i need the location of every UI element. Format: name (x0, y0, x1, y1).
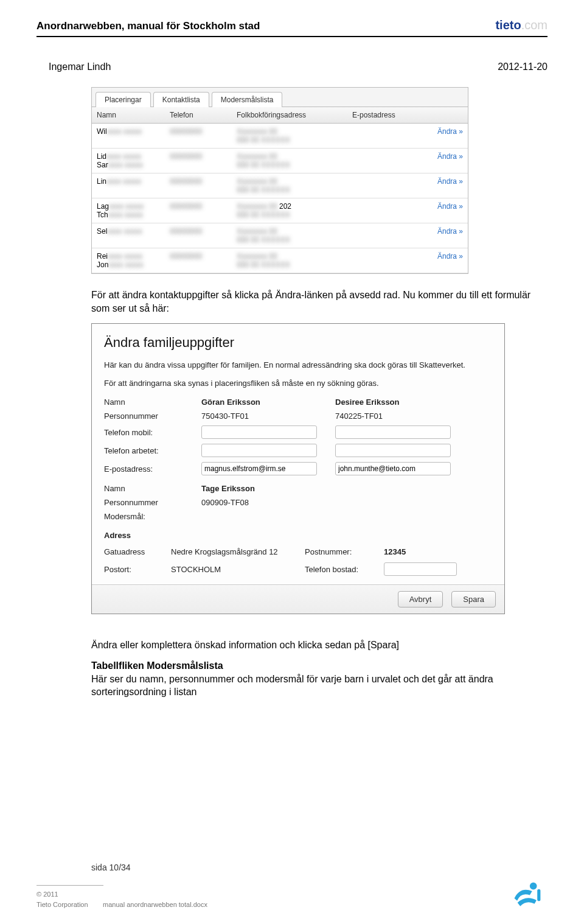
cell-epost (347, 173, 414, 181)
footer-corp: Tieto Corporation (36, 901, 88, 908)
save-button[interactable]: Spara (451, 591, 496, 607)
value-p1-namn: Göran Eriksson (201, 397, 335, 407)
svg-rect-1 (537, 889, 540, 901)
form-lead-2: För att ändringarna ska synas i placerin… (104, 377, 492, 390)
label-tel-bostad: Telefon bostad: (305, 565, 384, 574)
value-child-namn: Tage Eriksson (201, 484, 335, 493)
tab-kontaktlista[interactable]: Kontaktlista (153, 92, 209, 107)
cell-namn: Wilxxxx xxxxx (92, 124, 165, 139)
cell-adress: Xxxxxxxx 00000 00 XXXXXX (232, 223, 347, 248)
tab-placeringar[interactable]: Placeringar (96, 92, 151, 107)
input-p2-tel-arbetet[interactable] (335, 444, 451, 457)
cell-epost (347, 124, 414, 131)
edit-link[interactable]: Ändra » (437, 202, 463, 211)
tab-modersmalslista[interactable]: Modersmålslista (212, 92, 283, 107)
value-postort: STOCKHOLM (171, 565, 305, 574)
edit-link[interactable]: Ändra » (437, 127, 463, 136)
cell-epost (347, 248, 414, 256)
edit-link[interactable]: Ändra » (437, 252, 463, 261)
label-modersmal: Modersmål: (104, 512, 201, 521)
label-postnummer: Postnummer: (305, 547, 384, 556)
cell-namn: Reixxxx xxxxxJonxxxx xxxxx (92, 248, 165, 273)
page-number: sida 10/34 (36, 861, 207, 874)
input-p2-email[interactable] (335, 462, 451, 475)
brand-logo-text: tieto.com (495, 18, 548, 32)
table-row: Reixxxx xxxxxJonxxxx xxxxx00000000Xxxxxx… (92, 248, 468, 273)
value-gatuadress: Nedre Krogslagsmålsgränd 12 (171, 547, 305, 556)
cell-namn: Selxxxx xxxxx (92, 223, 165, 239)
cell-adress: Xxxxxxxx 00000 00 XXXXXX (232, 248, 347, 273)
cell-adress: Xxxxxxxx 00000 00 XXXXXX (232, 124, 347, 148)
brand-com: com (524, 18, 548, 32)
edit-link[interactable]: Ändra » (437, 152, 463, 161)
col-namn: Namn (92, 107, 165, 123)
table-row: Wilxxxx xxxxx00000000Xxxxxxxx 00000 00 X… (92, 124, 468, 149)
cell-adress: Xxxxxxxx 00000 00 XXXXXX (232, 173, 347, 198)
cell-telefon: 00000000 (165, 124, 232, 139)
cell-telefon: 00000000 (165, 173, 232, 189)
section-title-modersmalslista: Tabellfliken Modersmålslista (91, 660, 535, 671)
cancel-button[interactable]: Avbryt (398, 591, 443, 607)
cell-telefon: 00000000 (165, 223, 232, 239)
value-postnummer: 12345 (384, 547, 457, 556)
svg-point-0 (530, 883, 537, 890)
section-body-modersmalslista: Här ser du namn, personnummer och moders… (91, 673, 535, 699)
form-lead-1: Här kan du ändra vissa uppgifter för fam… (104, 359, 492, 371)
input-p1-email[interactable] (201, 462, 317, 475)
col-telefon: Telefon (165, 107, 232, 123)
table-header: Namn Telefon Folkbokföringsadress E-post… (92, 107, 468, 124)
input-p1-tel-arbetet[interactable] (201, 444, 317, 457)
subheading-adress: Adress (104, 531, 492, 540)
instruction-paragraph-1: För att ändra kontaktuppgifter så klicka… (91, 289, 535, 315)
cell-adress: Xxxxxxxx 00 202000 00 XXXXXX (232, 198, 347, 223)
label-email: E-postadress: (104, 464, 201, 474)
label-tel-mobil: Telefon mobil: (104, 428, 201, 437)
screenshot-contact-table: Placeringar Kontaktlista Modersmålslista… (91, 87, 468, 274)
cell-telefon: 00000000 (165, 198, 232, 214)
cell-namn: Lidxxxx xxxxxSarxxxx xxxxx (92, 149, 165, 173)
value-p2-pnr: 740225-TF01 (335, 411, 469, 421)
value-p1-pnr: 750430-TF01 (201, 411, 335, 421)
cell-telefon: 00000000 (165, 248, 232, 264)
input-p1-tel-mobil[interactable] (201, 425, 317, 439)
table-row: Selxxxx xxxxx00000000Xxxxxxxx 00000 00 X… (92, 223, 468, 248)
value-child-pnr: 090909-TF08 (201, 498, 335, 507)
table-row: Linxxxx xxxxx00000000Xxxxxxxx 00000 00 X… (92, 173, 468, 198)
tab-bar: Placeringar Kontaktlista Modersmålslista (92, 88, 468, 107)
footer-copyright: © 2011 (36, 889, 207, 900)
table-row: Lidxxxx xxxxxSarxxxx xxxxx00000000Xxxxxx… (92, 149, 468, 173)
cell-epost (347, 223, 414, 231)
screenshot-edit-family-form: Ändra familjeuppgifter Här kan du ändra … (91, 323, 505, 614)
cell-namn: Lagxxxx xxxxxTchxxxx xxxxx (92, 198, 165, 223)
form-title: Ändra familjeuppgifter (104, 335, 492, 351)
tieto-logo-icon (505, 877, 548, 909)
doc-date: 2012-11-20 (498, 61, 548, 72)
label-child-namn: Namn (104, 484, 201, 493)
col-adress: Folkbokföringsadress (232, 107, 347, 123)
cell-epost (347, 198, 414, 206)
instruction-paragraph-2: Ändra eller komplettera önskad informati… (91, 639, 535, 652)
table-row: Lagxxxx xxxxxTchxxxx xxxxx00000000Xxxxxx… (92, 198, 468, 223)
brand-main: tieto (495, 18, 521, 32)
cell-adress: Xxxxxxxx 00000 00 XXXXXX (232, 149, 347, 173)
col-epost: E-postadress (347, 107, 414, 123)
input-tel-bostad[interactable] (384, 562, 457, 576)
label-namn: Namn (104, 397, 201, 407)
author: Ingemar Lindh (49, 61, 111, 72)
doc-title: Anordnarwebben, manual för Stockholm sta… (36, 20, 260, 32)
edit-link[interactable]: Ändra » (437, 177, 463, 186)
cell-epost (347, 149, 414, 156)
value-p2-namn: Desiree Eriksson (335, 397, 469, 407)
cell-telefon: 00000000 (165, 149, 232, 164)
edit-link[interactable]: Ändra » (437, 227, 463, 236)
label-pnr: Personnummer (104, 411, 201, 421)
label-gatuadress: Gatuadress (104, 547, 171, 556)
label-postort: Postort: (104, 565, 171, 574)
label-child-pnr: Personnummer (104, 498, 201, 507)
footer-filename: manual anordnarwebben total.docx (103, 901, 207, 908)
input-p2-tel-mobil[interactable] (335, 425, 451, 439)
cell-namn: Linxxxx xxxxx (92, 173, 165, 189)
label-tel-arbetet: Telefon arbetet: (104, 446, 201, 455)
